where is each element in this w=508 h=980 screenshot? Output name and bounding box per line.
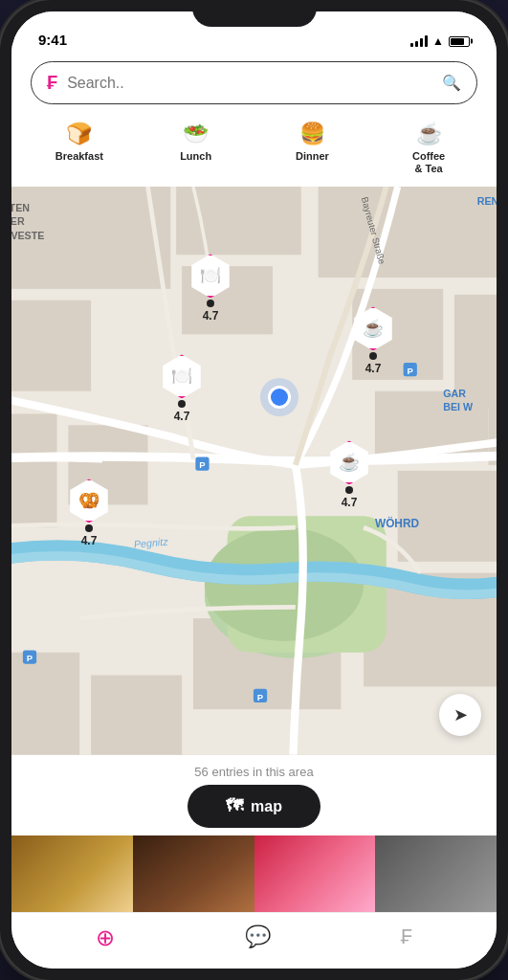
tab-chat[interactable]: 💬 xyxy=(230,921,286,955)
svg-text:P: P xyxy=(408,366,413,376)
phone-screen: 9:41 ▲ ₣ 🔍 xyxy=(11,11,497,969)
category-tab-coffee-tea[interactable]: ☕ Coffee& Tea xyxy=(395,122,462,175)
category-tab-lunch[interactable]: 🥗 Lunch xyxy=(163,122,230,175)
phone-frame: 9:41 ▲ ₣ 🔍 xyxy=(0,0,508,980)
svg-text:DER VESTE: DER VESTE xyxy=(11,230,44,241)
tab-bar: ⊕ 💬 ₣ xyxy=(11,912,497,969)
status-time: 9:41 xyxy=(38,32,67,48)
map-svg: P P P P GARTEN HINTER DER VESTE ALD Bayr… xyxy=(11,187,497,755)
map-area[interactable]: P P P P GARTEN HINTER DER VESTE ALD Bayr… xyxy=(11,187,497,755)
app-logo-icon: ₣ xyxy=(47,72,57,94)
tab-explore[interactable]: ⊕ xyxy=(80,921,130,955)
explore-icon: ⊕ xyxy=(96,924,115,951)
status-icons: ▲ xyxy=(410,34,470,48)
svg-text:GARTEN: GARTEN xyxy=(11,202,30,213)
svg-rect-3 xyxy=(11,414,57,528)
dinner-icon: 🍔 xyxy=(299,122,325,146)
category-tab-dinner[interactable]: 🍔 Dinner xyxy=(278,122,345,175)
map-pin-5[interactable]: 🥨 4.7 xyxy=(67,479,111,547)
map-pin-rating-5: 4.7 xyxy=(81,534,98,547)
map-pin-hex-2: ☕ xyxy=(351,306,395,350)
compass-button[interactable]: ➤ xyxy=(439,694,481,736)
chat-icon: 💬 xyxy=(245,924,271,949)
category-tabs: 🍞 Breakfast 🥗 Lunch 🍔 Dinner ☕ Coffee& T… xyxy=(11,116,497,187)
map-pin-rating-2: 4.7 xyxy=(365,362,382,375)
bottom-panel: 56 entries in this area 🗺 map xyxy=(11,755,497,912)
svg-text:REN..: REN.. xyxy=(477,195,497,207)
breakfast-label: Breakfast xyxy=(55,150,103,163)
map-pin-rating-1: 4.7 xyxy=(203,309,219,323)
map-pin-rating-3: 4.7 xyxy=(174,410,190,423)
map-pin-dot-4 xyxy=(345,486,353,494)
svg-text:HINTER: HINTER xyxy=(11,216,25,228)
map-pin-dot-1 xyxy=(207,300,214,307)
map-pin-hex-4: ☕ xyxy=(327,440,371,484)
svg-text:P: P xyxy=(257,692,263,702)
account-icon: ₣ xyxy=(401,924,412,949)
map-button-label: map xyxy=(251,798,282,815)
map-pin-hex-1: 🍽️ xyxy=(188,254,232,298)
map-pin-1[interactable]: 🍽️ 4.7 xyxy=(188,254,232,323)
tab-account[interactable]: ₣ xyxy=(386,921,428,955)
map-toggle-button[interactable]: 🗺 map xyxy=(188,785,320,828)
svg-text:WÖHRD: WÖHRD xyxy=(375,517,420,531)
category-tab-breakfast[interactable]: 🍞 Breakfast xyxy=(46,122,113,175)
notch xyxy=(192,0,317,27)
map-pin-dot-2 xyxy=(369,352,377,360)
coffee-tea-label: Coffee& Tea xyxy=(412,150,445,175)
food-preview-2[interactable] xyxy=(133,835,254,912)
map-button-icon: 🗺 xyxy=(226,796,243,816)
food-preview-1[interactable] xyxy=(11,835,133,912)
map-btn-container: 🗺 map xyxy=(11,785,497,835)
svg-rect-2 xyxy=(11,301,91,391)
svg-text:P: P xyxy=(27,654,33,664)
map-pin-dot-5 xyxy=(85,524,93,532)
signal-bars-icon xyxy=(410,35,428,47)
search-area: ₣ 🔍 xyxy=(11,54,497,116)
svg-rect-16 xyxy=(91,676,182,755)
entries-count: 56 entries in this area xyxy=(11,755,497,785)
map-pin-dot-3 xyxy=(178,400,186,408)
svg-text:P: P xyxy=(199,460,205,471)
map-pin-hex-5: 🥨 xyxy=(67,479,111,523)
compass-icon: ➤ xyxy=(453,704,468,725)
breakfast-icon: 🍞 xyxy=(66,122,92,146)
food-preview-strip[interactable] xyxy=(11,835,497,912)
wifi-icon: ▲ xyxy=(432,34,444,48)
food-preview-4[interactable] xyxy=(375,835,497,912)
lunch-label: Lunch xyxy=(180,150,211,163)
lunch-icon: 🥗 xyxy=(183,122,209,146)
svg-text:BEI W: BEI W xyxy=(443,401,474,412)
svg-text:GAR: GAR xyxy=(443,388,466,399)
search-bar[interactable]: ₣ 🔍 xyxy=(31,61,477,104)
food-preview-3[interactable] xyxy=(254,835,376,912)
map-pin-hex-3: 🍽️ xyxy=(160,354,204,398)
svg-rect-15 xyxy=(11,653,79,755)
dinner-label: Dinner xyxy=(296,150,329,163)
search-input[interactable] xyxy=(67,75,432,92)
battery-icon xyxy=(449,36,470,47)
search-icon[interactable]: 🔍 xyxy=(442,74,461,92)
map-pin-4[interactable]: ☕ 4.7 xyxy=(327,440,371,509)
map-pin-3[interactable]: 🍽️ 4.7 xyxy=(160,354,204,423)
coffee-tea-icon: ☕ xyxy=(416,122,442,146)
map-pin-2[interactable]: ☕ 4.7 xyxy=(351,306,395,375)
svg-rect-7 xyxy=(319,187,497,278)
map-pin-rating-4: 4.7 xyxy=(342,496,358,509)
svg-point-19 xyxy=(205,528,364,642)
